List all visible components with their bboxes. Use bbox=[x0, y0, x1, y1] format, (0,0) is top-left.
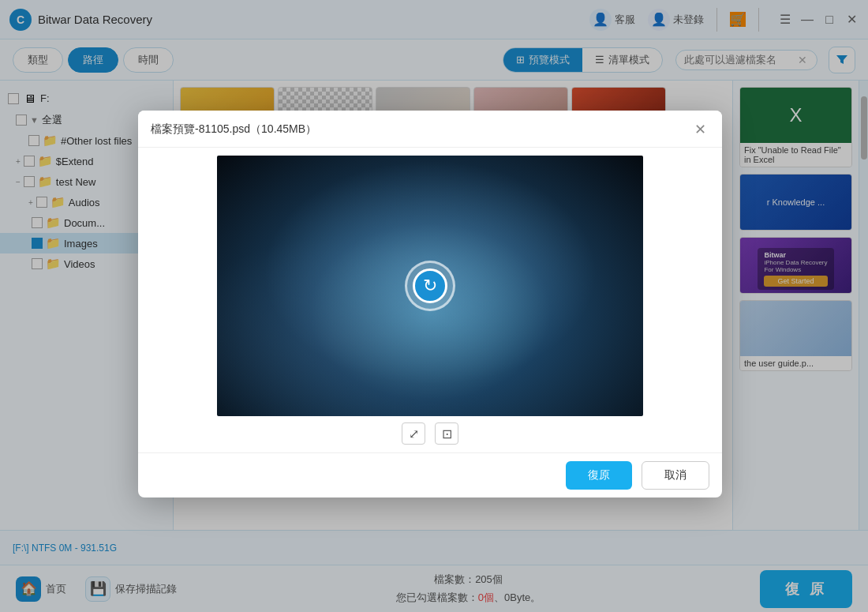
preview-modal: 檔案預覽-81105.psd（10.45MB） ✕ ↻ ⤢ ⊡ 復原 取消 bbox=[138, 111, 722, 497]
modal-cancel-btn[interactable]: 取消 bbox=[642, 461, 709, 490]
fit-screen-btn[interactable]: ⤢ bbox=[402, 422, 425, 445]
modal-header: 檔案預覽-81105.psd（10.45MB） ✕ bbox=[138, 111, 722, 148]
preview-logo-inner: ↻ bbox=[413, 268, 447, 303]
preview-image: ↻ bbox=[217, 156, 643, 416]
modal-close-btn[interactable]: ✕ bbox=[690, 120, 709, 139]
preview-logo: ↻ bbox=[405, 261, 455, 311]
modal-body: ↻ ⤢ ⊡ bbox=[138, 148, 722, 449]
modal-restore-btn[interactable]: 復原 bbox=[566, 461, 632, 490]
modal-footer: 復原 取消 bbox=[138, 452, 722, 497]
modal-title: 檔案預覽-81105.psd（10.45MB） bbox=[151, 122, 316, 137]
actual-size-btn[interactable]: ⊡ bbox=[435, 422, 458, 445]
modal-overlay: 檔案預覽-81105.psd（10.45MB） ✕ ↻ ⤢ ⊡ 復原 取消 bbox=[0, 0, 868, 612]
modal-controls: ⤢ ⊡ bbox=[402, 422, 458, 445]
